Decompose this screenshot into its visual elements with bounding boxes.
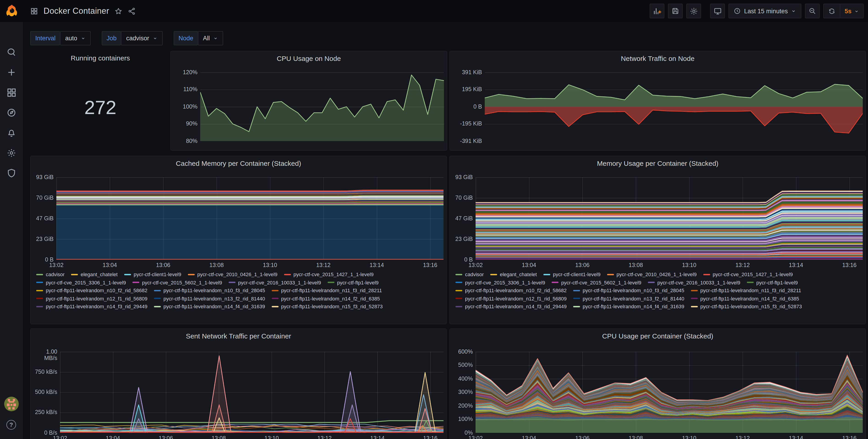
- y-axis-tick: 80%: [172, 138, 197, 144]
- x-axis-tick: 13:16: [416, 435, 444, 439]
- configuration-gear-icon[interactable]: [6, 148, 17, 158]
- legend-item[interactable]: pycr-ctf-ftp11-levelrandom_n14_f3_rid_29…: [456, 304, 567, 309]
- legend-item[interactable]: pycr-ctf-cve_2016_10033_1_1-level9: [648, 280, 740, 285]
- node-variable-select[interactable]: All: [198, 31, 223, 45]
- time-range-picker[interactable]: Last 15 minutes: [728, 4, 802, 18]
- cycle-view-mode-button[interactable]: [710, 4, 725, 18]
- panel-title[interactable]: Network Traffic on Node: [450, 55, 866, 62]
- legend-item[interactable]: pycr-ctf-ftp11-levelrandom_n13_f2_rid_81…: [154, 296, 265, 301]
- explore-compass-icon[interactable]: [6, 107, 17, 118]
- y-axis-tick: 500%: [451, 362, 473, 368]
- add-panel-button[interactable]: [650, 4, 664, 18]
- refresh-interval-select[interactable]: 5s: [840, 4, 863, 18]
- legend-item[interactable]: pycr-ctf-cve_2015_5602_1_1-level9: [552, 280, 642, 285]
- x-axis-tick: 13:08: [203, 262, 230, 269]
- create-plus-icon[interactable]: [6, 67, 17, 77]
- legend-item[interactable]: pycr-ctf-client1-level9: [543, 272, 600, 277]
- sent-network-traffic-chart[interactable]: [60, 352, 443, 433]
- dashboard-title[interactable]: Docker Container: [43, 6, 109, 16]
- memory-usage-chart[interactable]: [475, 177, 863, 260]
- legend-color-dash: [552, 282, 559, 283]
- legend-item[interactable]: pycr-ctf-cve_2015_3306_1_1-level9: [456, 280, 545, 285]
- legend-item[interactable]: cadvisor: [36, 272, 65, 277]
- legend-label: pycr-ctf-ftp11-levelrandom_n14_f4_rid_31…: [163, 304, 265, 309]
- legend-item[interactable]: pycr-ctf-ftp11-levelrandom_n10_f2_rid_58…: [36, 288, 148, 293]
- dashboards-icon[interactable]: [6, 88, 17, 98]
- x-axis-tick: 13:12: [311, 435, 338, 439]
- legend-item[interactable]: pycr-ctf-ftp1-level9: [747, 280, 798, 285]
- legend-label: pycr-ctf-cve_2010_0426_1_1-level9: [197, 272, 277, 277]
- legend-item[interactable]: pycr-ctf-ftp11-levelrandom_n14_f2_rid_63…: [691, 296, 799, 301]
- legend-color-dash: [124, 274, 131, 275]
- legend-item[interactable]: pycr-ctf-ftp11-levelrandom_n12_f1_rid_56…: [36, 296, 148, 301]
- cpu-usage-containers-chart[interactable]: [475, 352, 863, 433]
- server-admin-shield-icon[interactable]: [6, 168, 17, 178]
- alerting-bell-icon[interactable]: [6, 128, 17, 138]
- y-axis-tick: 0%: [451, 429, 473, 436]
- user-avatar[interactable]: [4, 397, 19, 411]
- y-axis-tick: 47 GiB: [451, 215, 473, 221]
- legend-label: pycr-ctf-ftp11-levelrandom_n14_f3_rid_29…: [46, 304, 148, 309]
- stat-value: 272: [30, 97, 170, 119]
- legend-label: pycr-ctf-ftp11-levelrandom_n11_f3_rid_28…: [700, 288, 801, 293]
- legend-item[interactable]: pycr-ctf-ftp11-levelrandom_n10_f2_rid_58…: [456, 288, 567, 293]
- share-icon[interactable]: [128, 7, 136, 15]
- legend-label: pycr-ctf-cve_2015_5602_1_1-level9: [142, 280, 222, 285]
- legend-item[interactable]: pycr-ctf-ftp11-levelrandom_n14_f2_rid_63…: [272, 296, 380, 301]
- legend-color-dash: [188, 274, 194, 275]
- legend-item[interactable]: pycr-ctf-cve_2015_1427_1_1-level9: [703, 272, 793, 277]
- legend-color-dash: [456, 298, 462, 299]
- legend-item[interactable]: pycr-ctf-ftp11-levelrandom_n14_f3_rid_29…: [36, 304, 148, 309]
- search-icon[interactable]: [6, 47, 17, 57]
- refresh-button[interactable]: [824, 4, 840, 18]
- panel-title[interactable]: Cached Memory per Container (Stacked): [31, 159, 446, 167]
- legend-item[interactable]: pycr-ctf-ftp11-levelrandom_n15_f3_rid_52…: [272, 304, 383, 309]
- legend-item[interactable]: cadvisor: [456, 272, 484, 277]
- legend-item[interactable]: pycr-ctf-cve_2015_3306_1_1-level9: [36, 280, 126, 285]
- panel-memory-usage-per-container: Memory Usage per Container (Stacked) cad…: [450, 156, 866, 324]
- legend-item[interactable]: pycr-ctf-cve_2015_1427_1_1-level9: [284, 272, 374, 277]
- legend-item[interactable]: pycr-ctf-ftp11-levelrandom_n10_f3_rid_28…: [573, 288, 684, 293]
- network-traffic-node-chart[interactable]: [485, 72, 863, 141]
- y-axis-tick: 70 GiB: [32, 194, 54, 201]
- y-axis-tick: 120%: [172, 69, 197, 75]
- legend-item[interactable]: elegant_chatelet: [490, 272, 537, 277]
- job-variable-select[interactable]: cadvisor: [121, 31, 163, 45]
- legend-item[interactable]: pycr-ctf-ftp11-levelrandom_n14_f4_rid_31…: [154, 304, 265, 309]
- legend-item[interactable]: pycr-ctf-ftp1-level9: [328, 280, 379, 285]
- panel-title[interactable]: Memory Usage per Container (Stacked): [450, 159, 866, 167]
- y-axis-tick: -195 KiB: [451, 121, 482, 127]
- legend-item[interactable]: pycr-ctf-ftp11-levelrandom_n14_f4_rid_31…: [573, 304, 684, 309]
- legend-item[interactable]: elegant_chatelet: [71, 272, 118, 277]
- legend-item[interactable]: pycr-ctf-ftp11-levelrandom_n10_f3_rid_28…: [154, 288, 265, 293]
- star-icon[interactable]: [115, 7, 123, 15]
- interval-variable-select[interactable]: auto: [60, 31, 91, 45]
- legend-item[interactable]: pycr-ctf-ftp11-levelrandom_n13_f2_rid_81…: [573, 296, 684, 301]
- save-dashboard-button[interactable]: [668, 4, 683, 18]
- panel-title[interactable]: CPU Usage per Container (Stacked): [450, 332, 866, 340]
- legend-item[interactable]: pycr-ctf-cve_2016_10033_1_1-level9: [229, 280, 321, 285]
- legend-item[interactable]: pycr-ctf-ftp11-levelrandom_n12_f1_rid_56…: [456, 296, 567, 301]
- legend-color-dash: [691, 290, 698, 291]
- dashboard-settings-button[interactable]: [686, 4, 701, 18]
- legend-item[interactable]: pycr-ctf-cve_2015_5602_1_1-level9: [132, 280, 222, 285]
- legend-label: elegant_chatelet: [81, 272, 118, 277]
- legend-color-dash: [573, 290, 580, 291]
- panel-cpu-usage-on-node: CPU Usage on Node 120%110%100%90%80%: [170, 51, 447, 151]
- panel-title[interactable]: CPU Usage on Node: [171, 55, 447, 62]
- x-axis-tick: 13:14: [364, 435, 391, 439]
- zoom-out-button[interactable]: [805, 4, 820, 18]
- panel-title[interactable]: Running containers: [30, 54, 170, 62]
- grafana-logo-icon[interactable]: [5, 4, 19, 18]
- panel-title[interactable]: Sent Network Traffic per Container: [31, 332, 446, 340]
- legend-item[interactable]: pycr-ctf-ftp11-levelrandom_n11_f3_rid_28…: [272, 288, 382, 293]
- legend-item[interactable]: pycr-ctf-ftp11-levelrandom_n11_f3_rid_28…: [691, 288, 801, 293]
- cpu-usage-node-chart[interactable]: [200, 72, 444, 141]
- cached-memory-chart[interactable]: [56, 177, 443, 260]
- help-icon[interactable]: ?: [6, 420, 16, 430]
- y-axis-tick: 110%: [172, 86, 197, 93]
- legend-item[interactable]: pycr-ctf-cve_2010_0426_1_1-level9: [607, 272, 696, 277]
- legend-item[interactable]: pycr-ctf-cve_2010_0426_1_1-level9: [188, 272, 277, 277]
- legend-item[interactable]: pycr-ctf-client1-level9: [124, 272, 181, 277]
- legend-item[interactable]: pycr-ctf-ftp11-levelrandom_n15_f3_rid_52…: [691, 304, 802, 309]
